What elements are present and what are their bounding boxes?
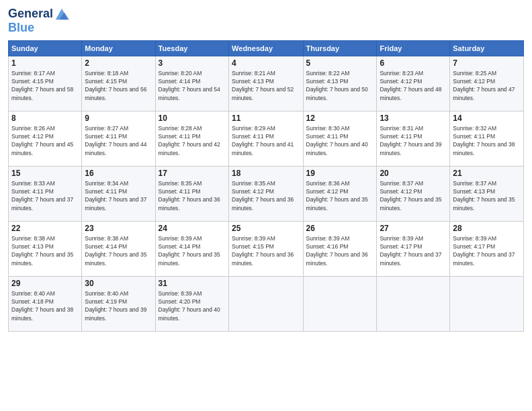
day-info: Sunrise: 8:23 AMSunset: 4:12 PMDaylight:… (380, 70, 441, 101)
weekday-header: Monday (82, 40, 155, 56)
calendar-cell: 16 Sunrise: 8:34 AMSunset: 4:11 PMDaylig… (82, 166, 155, 221)
day-number: 24 (159, 224, 226, 233)
calendar-cell: 1 Sunrise: 8:17 AMSunset: 4:15 PMDayligh… (9, 56, 82, 111)
day-info: Sunrise: 8:17 AMSunset: 4:15 PMDaylight:… (11, 70, 73, 101)
calendar-cell: 24 Sunrise: 8:39 AMSunset: 4:14 PMDaylig… (155, 221, 228, 276)
day-info: Sunrise: 8:36 AMSunset: 4:12 PMDaylight:… (306, 180, 368, 212)
day-info: Sunrise: 8:28 AMSunset: 4:11 PMDaylight:… (159, 125, 220, 156)
day-info: Sunrise: 8:34 AMSunset: 4:11 PMDaylight:… (85, 180, 146, 212)
logo-text2: Blue (8, 21, 69, 35)
day-number: 20 (380, 169, 447, 178)
day-number: 29 (11, 279, 79, 288)
calendar-cell: 19 Sunrise: 8:36 AMSunset: 4:12 PMDaylig… (303, 166, 377, 221)
day-info: Sunrise: 8:37 AMSunset: 4:12 PMDaylight:… (380, 180, 441, 212)
day-number: 23 (85, 224, 152, 233)
calendar-cell: 13 Sunrise: 8:31 AMSunset: 4:11 PMDaylig… (377, 111, 450, 166)
day-info: Sunrise: 8:21 AMSunset: 4:13 PMDaylight:… (232, 70, 294, 101)
calendar-cell (229, 276, 303, 331)
calendar-cell: 25 Sunrise: 8:39 AMSunset: 4:15 PMDaylig… (229, 221, 303, 276)
day-info: Sunrise: 8:40 AMSunset: 4:19 PMDaylight:… (85, 290, 146, 322)
weekday-header: Tuesday (155, 40, 228, 56)
weekday-header: Friday (377, 40, 450, 56)
day-info: Sunrise: 8:38 AMSunset: 4:13 PMDaylight:… (11, 235, 73, 267)
calendar-cell: 3 Sunrise: 8:20 AMSunset: 4:14 PMDayligh… (155, 56, 228, 111)
day-number: 6 (380, 58, 447, 68)
weekday-header: Sunday (9, 40, 82, 56)
day-number: 12 (306, 113, 374, 123)
calendar-cell: 11 Sunrise: 8:29 AMSunset: 4:11 PMDaylig… (229, 111, 303, 166)
day-number: 26 (306, 224, 374, 233)
day-info: Sunrise: 8:38 AMSunset: 4:14 PMDaylight:… (85, 235, 146, 267)
day-info: Sunrise: 8:37 AMSunset: 4:13 PMDaylight:… (453, 180, 515, 212)
day-info: Sunrise: 8:27 AMSunset: 4:11 PMDaylight:… (85, 125, 146, 156)
calendar-cell: 2 Sunrise: 8:18 AMSunset: 4:15 PMDayligh… (82, 56, 155, 111)
calendar-week-row: 1 Sunrise: 8:17 AMSunset: 4:15 PMDayligh… (9, 56, 524, 111)
day-info: Sunrise: 8:32 AMSunset: 4:11 PMDaylight:… (453, 125, 515, 156)
calendar-cell: 20 Sunrise: 8:37 AMSunset: 4:12 PMDaylig… (377, 166, 450, 221)
day-number: 13 (380, 113, 447, 123)
day-info: Sunrise: 8:22 AMSunset: 4:13 PMDaylight:… (306, 70, 368, 101)
calendar-cell (303, 276, 377, 331)
day-number: 21 (453, 169, 521, 178)
calendar-cell: 12 Sunrise: 8:30 AMSunset: 4:11 PMDaylig… (303, 111, 377, 166)
day-number: 5 (306, 58, 374, 68)
logo-text: General (8, 7, 53, 21)
calendar-table: SundayMondayTuesdayWednesdayThursdayFrid… (8, 40, 524, 332)
day-number: 10 (159, 113, 226, 123)
day-info: Sunrise: 8:40 AMSunset: 4:18 PMDaylight:… (11, 290, 73, 322)
calendar-cell: 9 Sunrise: 8:27 AMSunset: 4:11 PMDayligh… (82, 111, 155, 166)
header-row: General Blue (8, 7, 524, 35)
logo: General Blue (8, 7, 69, 35)
day-number: 31 (159, 279, 226, 288)
calendar-cell: 6 Sunrise: 8:23 AMSunset: 4:12 PMDayligh… (377, 56, 450, 111)
calendar-cell: 18 Sunrise: 8:35 AMSunset: 4:12 PMDaylig… (229, 166, 303, 221)
day-number: 30 (85, 279, 152, 288)
day-number: 3 (159, 58, 226, 68)
day-info: Sunrise: 8:30 AMSunset: 4:11 PMDaylight:… (306, 125, 368, 156)
calendar-cell: 23 Sunrise: 8:38 AMSunset: 4:14 PMDaylig… (82, 221, 155, 276)
calendar-cell: 5 Sunrise: 8:22 AMSunset: 4:13 PMDayligh… (303, 56, 377, 111)
logo-icon (54, 7, 69, 21)
day-number: 11 (232, 113, 300, 123)
day-info: Sunrise: 8:35 AMSunset: 4:11 PMDaylight:… (159, 180, 220, 212)
day-number: 7 (453, 58, 521, 68)
day-number: 19 (306, 169, 374, 178)
calendar-cell: 4 Sunrise: 8:21 AMSunset: 4:13 PMDayligh… (229, 56, 303, 111)
day-number: 27 (380, 224, 447, 233)
calendar-cell: 17 Sunrise: 8:35 AMSunset: 4:11 PMDaylig… (155, 166, 228, 221)
calendar-cell: 8 Sunrise: 8:26 AMSunset: 4:12 PMDayligh… (9, 111, 82, 166)
calendar-week-row: 22 Sunrise: 8:38 AMSunset: 4:13 PMDaylig… (9, 221, 524, 276)
day-number: 9 (85, 113, 152, 123)
weekday-header: Wednesday (229, 40, 303, 56)
day-number: 15 (11, 169, 79, 178)
day-number: 1 (11, 58, 79, 68)
day-info: Sunrise: 8:39 AMSunset: 4:20 PMDaylight:… (159, 290, 220, 322)
calendar-cell: 31 Sunrise: 8:39 AMSunset: 4:20 PMDaylig… (155, 276, 228, 331)
day-number: 2 (85, 58, 152, 68)
calendar-cell (377, 276, 450, 331)
calendar-header-row: SundayMondayTuesdayWednesdayThursdayFrid… (9, 40, 524, 56)
day-info: Sunrise: 8:29 AMSunset: 4:11 PMDaylight:… (232, 125, 294, 156)
calendar-cell: 10 Sunrise: 8:28 AMSunset: 4:11 PMDaylig… (155, 111, 228, 166)
day-number: 25 (232, 224, 300, 233)
day-info: Sunrise: 8:39 AMSunset: 4:17 PMDaylight:… (380, 235, 441, 267)
day-number: 4 (232, 58, 300, 68)
calendar-cell: 29 Sunrise: 8:40 AMSunset: 4:18 PMDaylig… (9, 276, 82, 331)
calendar-cell: 21 Sunrise: 8:37 AMSunset: 4:13 PMDaylig… (450, 166, 524, 221)
day-info: Sunrise: 8:18 AMSunset: 4:15 PMDaylight:… (85, 70, 146, 101)
day-info: Sunrise: 8:35 AMSunset: 4:12 PMDaylight:… (232, 180, 294, 212)
calendar-cell: 28 Sunrise: 8:39 AMSunset: 4:17 PMDaylig… (450, 221, 524, 276)
weekday-header: Saturday (450, 40, 524, 56)
day-number: 14 (453, 113, 521, 123)
day-info: Sunrise: 8:39 AMSunset: 4:15 PMDaylight:… (232, 235, 294, 267)
day-info: Sunrise: 8:31 AMSunset: 4:11 PMDaylight:… (380, 125, 441, 156)
calendar-week-row: 8 Sunrise: 8:26 AMSunset: 4:12 PMDayligh… (9, 111, 524, 166)
day-number: 17 (159, 169, 226, 178)
day-info: Sunrise: 8:39 AMSunset: 4:14 PMDaylight:… (159, 235, 220, 267)
calendar-cell: 26 Sunrise: 8:39 AMSunset: 4:16 PMDaylig… (303, 221, 377, 276)
calendar-cell: 22 Sunrise: 8:38 AMSunset: 4:13 PMDaylig… (9, 221, 82, 276)
day-number: 22 (11, 224, 79, 233)
calendar-week-row: 29 Sunrise: 8:40 AMSunset: 4:18 PMDaylig… (9, 276, 524, 331)
day-info: Sunrise: 8:39 AMSunset: 4:16 PMDaylight:… (306, 235, 368, 267)
main-container: General Blue SundayMondayTuesdayWednesda… (0, 0, 532, 337)
